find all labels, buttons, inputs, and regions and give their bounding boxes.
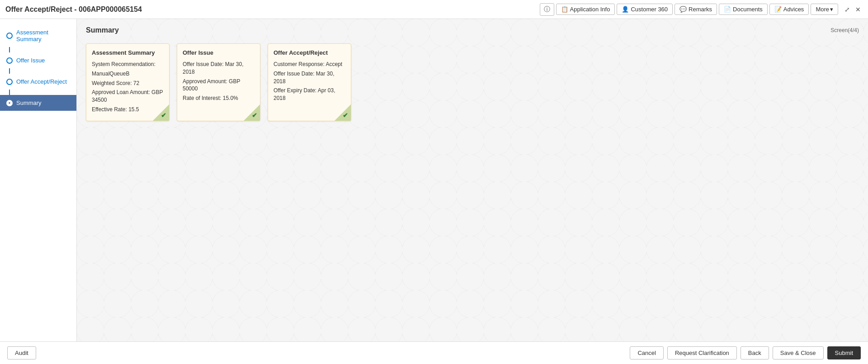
offer-accept-reject-card: Offer Accept/Reject Customer Response: A…: [268, 43, 351, 121]
header-actions: ⓘ 📋 Application Info 👤 Customer 360 💬 Re…: [540, 3, 863, 16]
sidebar-circle-offer-accept: [6, 79, 13, 85]
request-clarification-button[interactable]: Request Clarification: [667, 346, 737, 359]
sidebar-circle-summary: [6, 100, 13, 106]
card-row-offer-expiry: Offer Expiry Date: Apr 03, 2018: [274, 87, 345, 102]
offer-issue-card: Offer Issue Offer Issue Date: Mar 30, 20…: [177, 43, 260, 121]
sidebar-item-summary[interactable]: Summary: [0, 95, 76, 111]
sidebar-connector-3: [9, 90, 10, 95]
sidebar-label-offer-accept: Offer Accept/Reject: [16, 78, 67, 85]
offer-issue-check-corner: ✔: [244, 104, 260, 121]
sidebar: Assessment Summary Offer Issue Offer Acc…: [0, 19, 77, 341]
close-button[interactable]: ✕: [854, 5, 863, 14]
assessment-summary-card: Assessment Summary System Recommendation…: [86, 43, 170, 121]
content-area: Summary Screen(4/4) Assessment Summary S…: [77, 19, 868, 341]
offer-accept-reject-card-title: Offer Accept/Reject: [274, 49, 345, 56]
card-row-rate-interest: Rate of Interest: 15.0%: [183, 95, 255, 102]
sidebar-label-summary: Summary: [16, 99, 42, 106]
sidebar-label-assessment: Assessment Summary: [16, 29, 70, 43]
content-inner: Summary Screen(4/4) Assessment Summary S…: [77, 19, 868, 128]
remarks-button[interactable]: 💬 Remarks: [675, 4, 717, 15]
customer-360-icon: 👤: [622, 6, 629, 13]
offer-accept-checkmark: ✔: [343, 112, 348, 119]
card-row-sys-rec: System Recommendation:: [92, 61, 164, 68]
assessment-summary-card-title: Assessment Summary: [92, 49, 164, 56]
audit-button[interactable]: Audit: [7, 346, 36, 359]
footer-left: Audit: [7, 346, 36, 359]
sidebar-circle-assessment: [6, 33, 13, 39]
page-title: Offer Accept/Reject - 006APP000065154: [5, 5, 142, 14]
save-close-button[interactable]: Save & Close: [773, 346, 824, 359]
offer-issue-card-title: Offer Issue: [183, 49, 255, 56]
card-row-approved-loan: Approved Loan Amount: GBP 34500: [92, 89, 164, 104]
window-controls: ⤢ ✕: [843, 5, 863, 14]
info-icon-button[interactable]: ⓘ: [540, 3, 554, 16]
assessment-checkmark: ✔: [161, 112, 166, 119]
documents-button[interactable]: 📄 Documents: [719, 4, 768, 15]
customer-360-button[interactable]: 👤 Customer 360: [617, 4, 673, 15]
content-header: Summary Screen(4/4): [86, 26, 859, 34]
back-button[interactable]: Back: [741, 346, 769, 359]
remarks-icon: 💬: [679, 6, 687, 13]
footer-right: Cancel Request Clarification Back Save &…: [630, 346, 861, 359]
screen-info: Screen(4/4): [830, 27, 859, 33]
app-header: Offer Accept/Reject - 006APP000065154 ⓘ …: [0, 0, 868, 19]
card-row-queue: ManualQueueB: [92, 70, 164, 78]
sidebar-circle-offer-issue: [6, 57, 13, 64]
advices-button[interactable]: 📝 Advices: [769, 4, 809, 15]
assessment-check-corner: ✔: [153, 104, 169, 121]
sidebar-item-assessment-summary[interactable]: Assessment Summary: [0, 24, 76, 47]
sidebar-connector-1: [9, 47, 10, 52]
card-row-customer-response: Customer Response: Accept: [274, 61, 345, 68]
card-row-offer-date: Offer Issue Date: Mar 30, 2018: [183, 61, 255, 76]
cards-row: Assessment Summary System Recommendation…: [86, 43, 859, 121]
content-title: Summary: [86, 26, 119, 34]
application-info-button[interactable]: 📋 Application Info: [556, 4, 615, 15]
card-row-approved-amount: Approved Amount: GBP 50000: [183, 78, 255, 93]
sidebar-item-offer-accept-reject[interactable]: Offer Accept/Reject: [0, 74, 76, 90]
main-layout: Assessment Summary Offer Issue Offer Acc…: [0, 19, 868, 341]
sidebar-label-offer-issue: Offer Issue: [16, 57, 45, 64]
offer-accept-check-corner: ✔: [335, 104, 351, 121]
submit-button[interactable]: Submit: [827, 346, 861, 359]
cancel-button[interactable]: Cancel: [630, 346, 663, 359]
more-button[interactable]: More ▾: [811, 4, 838, 15]
sidebar-item-offer-issue[interactable]: Offer Issue: [0, 52, 76, 68]
advices-icon: 📝: [774, 6, 782, 13]
documents-icon: 📄: [724, 6, 731, 13]
resize-button[interactable]: ⤢: [843, 5, 852, 14]
footer: Audit Cancel Request Clarification Back …: [0, 341, 868, 364]
card-row-offer-issue-date: Offer Issue Date: Mar 30, 2018: [274, 70, 345, 85]
chevron-down-icon: ▾: [830, 6, 833, 13]
card-row-weighted: Weighted Score: 72: [92, 80, 164, 87]
application-info-icon: 📋: [561, 6, 568, 13]
offer-issue-checkmark: ✔: [252, 112, 257, 119]
sidebar-connector-2: [9, 68, 10, 74]
